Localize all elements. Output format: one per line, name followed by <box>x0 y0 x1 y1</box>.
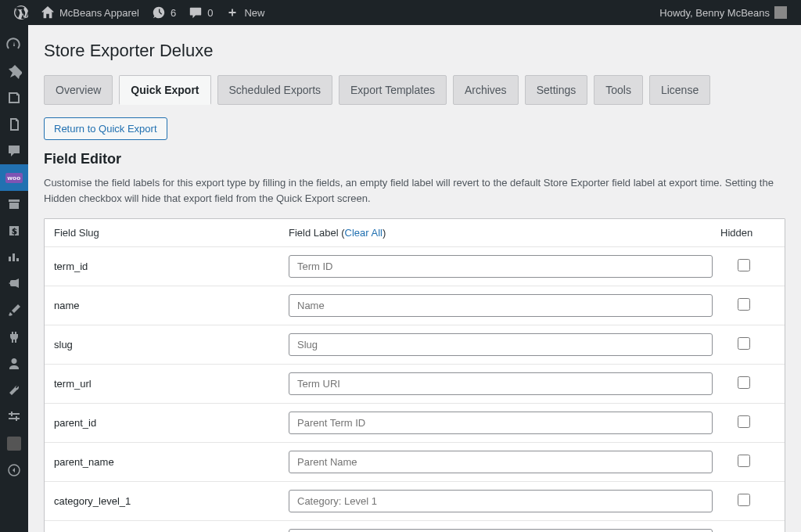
sidebar-media[interactable] <box>0 84 28 111</box>
table-row: parent_name <box>45 443 785 482</box>
gauge-icon <box>6 37 22 52</box>
updates[interactable]: 6 <box>145 0 182 25</box>
tab-license[interactable]: License <box>649 75 710 105</box>
wordpress-icon <box>14 5 28 20</box>
hidden-checkbox[interactable] <box>738 415 750 428</box>
sliders-icon <box>6 409 22 425</box>
profile-avatar-icon <box>7 437 21 451</box>
field-label-input[interactable] <box>289 255 713 278</box>
user-howdy[interactable]: Howdy, Benny McBeans <box>653 0 793 25</box>
comments[interactable]: 0 <box>182 0 219 25</box>
table-row: category_level_2 <box>45 521 785 532</box>
tab-scheduled-exports[interactable]: Scheduled Exports <box>217 75 333 105</box>
field-label-input[interactable] <box>289 490 713 512</box>
sidebar-plugins[interactable] <box>0 324 28 350</box>
sidebar-payments[interactable] <box>0 217 28 244</box>
th-slug: Field Slug <box>54 227 289 239</box>
field-slug: slug <box>54 339 289 350</box>
comment-icon <box>6 143 22 159</box>
section-description: Customise the field labels for this expo… <box>44 175 785 206</box>
tab-settings[interactable]: Settings <box>525 75 588 105</box>
new-content[interactable]: New <box>219 0 271 25</box>
home-icon <box>41 5 55 20</box>
updates-icon <box>152 5 166 20</box>
page-title: Store Exporter Deluxe <box>44 41 785 61</box>
site-name: McBeans Apparel <box>59 7 139 19</box>
tab-export-templates[interactable]: Export Templates <box>339 75 447 105</box>
sidebar-settings[interactable] <box>0 404 28 430</box>
collapse-icon <box>6 462 22 478</box>
site-home[interactable]: McBeans Apparel <box>34 0 145 25</box>
hidden-checkbox[interactable] <box>738 455 750 467</box>
tab-quick-export[interactable]: Quick Export <box>119 75 210 105</box>
tab-archives[interactable]: Archives <box>453 75 519 105</box>
tab-overview[interactable]: Overview <box>44 75 113 105</box>
archive-icon <box>6 196 22 212</box>
sidebar-products[interactable] <box>0 191 28 217</box>
field-label-input[interactable] <box>289 294 713 317</box>
th-hidden: Hidden <box>720 227 775 239</box>
field-label-input[interactable] <box>289 451 713 473</box>
field-label-input[interactable] <box>289 333 713 356</box>
sidebar-appearance[interactable] <box>0 297 28 324</box>
field-slug: parent_id <box>54 417 289 429</box>
wrench-icon <box>6 383 22 398</box>
field-slug: category_level_1 <box>54 495 289 507</box>
tab-tools[interactable]: Tools <box>594 75 643 105</box>
return-button[interactable]: Return to Quick Export <box>44 117 167 140</box>
hidden-checkbox[interactable] <box>738 337 750 350</box>
sidebar-users[interactable] <box>0 350 28 377</box>
plus-icon <box>225 5 239 20</box>
admin-topbar: McBeans Apparel 6 0 New Howdy, Benny McB… <box>0 0 801 25</box>
table-header: Field Slug Field Label (Clear All) Hidde… <box>45 219 785 247</box>
table-row: name <box>45 286 785 325</box>
hidden-checkbox[interactable] <box>738 259 750 271</box>
field-editor-table: Field Slug Field Label (Clear All) Hidde… <box>44 218 785 532</box>
sidebar-profile[interactable] <box>0 430 28 457</box>
field-label-input[interactable] <box>289 412 713 434</box>
field-label-input[interactable] <box>289 372 713 395</box>
sidebar-dashboard[interactable] <box>0 31 28 58</box>
plug-icon <box>6 329 22 345</box>
section-title: Field Editor <box>44 151 785 167</box>
hidden-checkbox[interactable] <box>738 298 750 311</box>
tabs: OverviewQuick ExportScheduled ExportsExp… <box>44 75 785 105</box>
user-icon <box>6 356 22 372</box>
new-label: New <box>244 7 264 19</box>
sidebar-pages[interactable] <box>0 111 28 138</box>
field-slug: parent_name <box>54 456 289 468</box>
field-slug: term_url <box>54 378 289 390</box>
sidebar-comments[interactable] <box>0 138 28 164</box>
sidebar-woocommerce[interactable]: woo <box>0 164 28 191</box>
sidebar-marketing[interactable] <box>0 271 28 297</box>
admin-sidebar: woo <box>0 25 28 532</box>
howdy-text: Howdy, Benny McBeans <box>659 7 770 19</box>
chart-icon <box>6 250 22 265</box>
hidden-checkbox[interactable] <box>738 494 750 506</box>
hidden-checkbox[interactable] <box>738 376 750 389</box>
wp-logo[interactable] <box>8 0 34 25</box>
pages-icon <box>6 117 22 132</box>
updates-count: 6 <box>171 7 176 19</box>
table-row: term_url <box>45 365 785 404</box>
field-slug: term_id <box>54 261 289 272</box>
brush-icon <box>6 303 22 318</box>
clear-all-link[interactable]: Clear All <box>345 227 383 239</box>
sidebar-tools[interactable] <box>0 377 28 404</box>
woo-icon: woo <box>5 173 23 183</box>
sidebar-analytics[interactable] <box>0 244 28 271</box>
pin-icon <box>6 63 22 79</box>
sidebar-collapse[interactable] <box>0 457 28 483</box>
comments-count: 0 <box>207 7 213 19</box>
table-row: category_level_1 <box>45 482 785 521</box>
th-label: Field Label (Clear All) <box>289 227 720 239</box>
sidebar-posts[interactable] <box>0 58 28 84</box>
dollar-icon <box>6 223 22 239</box>
avatar-icon <box>774 6 787 19</box>
field-label-input[interactable] <box>289 529 713 532</box>
table-row: parent_id <box>45 404 785 443</box>
field-slug: name <box>54 300 289 311</box>
media-icon <box>6 90 22 106</box>
main-content: Store Exporter Deluxe OverviewQuick Expo… <box>28 25 801 532</box>
table-row: slug <box>45 325 785 365</box>
